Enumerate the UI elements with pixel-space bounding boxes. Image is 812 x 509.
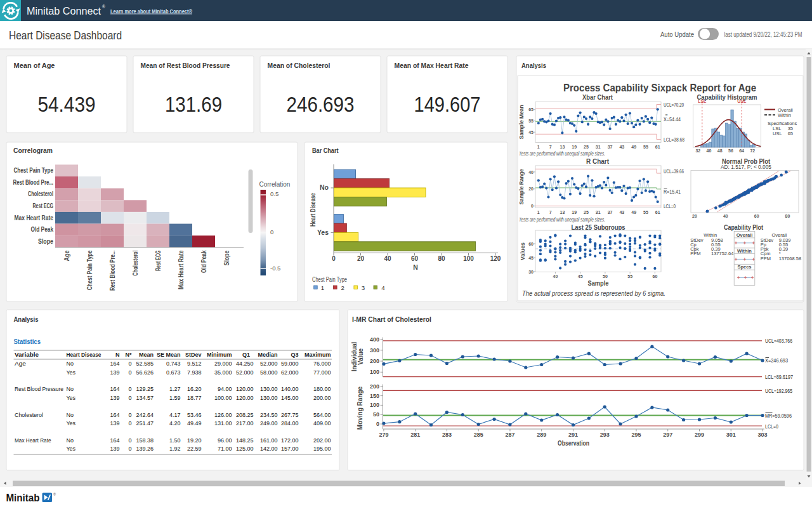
svg-text:59.000: 59.000 (281, 360, 299, 367)
svg-text:Q3: Q3 (291, 352, 298, 358)
svg-text:31: 31 (596, 210, 601, 215)
svg-text:242.64: 242.64 (136, 412, 154, 418)
svg-text:22.59: 22.59 (187, 446, 202, 452)
svg-text:65: 65 (788, 131, 793, 136)
svg-text:80: 80 (785, 214, 790, 218)
svg-text:Yes: Yes (66, 369, 75, 376)
svg-text:60: 60 (653, 274, 658, 279)
svg-text:Tests are performed with unequ: Tests are performed with unequal sample … (519, 216, 605, 223)
svg-text:100.00: 100.00 (214, 395, 232, 401)
svg-text:0.743: 0.743 (166, 360, 181, 367)
svg-text:Last 25 Subgroups: Last 25 Subgroups (572, 223, 625, 231)
svg-text:Mean of Age: Mean of Age (14, 62, 55, 69)
svg-text:Within: Within (737, 248, 752, 254)
svg-text:249.00: 249.00 (260, 420, 278, 426)
svg-text:0: 0 (531, 204, 534, 208)
svg-text:Correlation: Correlation (259, 181, 291, 188)
svg-text:Xbar Chart: Xbar Chart (582, 93, 613, 101)
svg-text:53.46: 53.46 (187, 412, 202, 418)
svg-text:164: 164 (110, 437, 119, 444)
svg-text:Slope: Slope (38, 238, 53, 245)
svg-text:Yes: Yes (66, 395, 75, 401)
svg-text:18.77: 18.77 (187, 395, 202, 401)
svg-text:1.27: 1.27 (169, 386, 181, 392)
svg-text:Maximum: Maximum (304, 352, 331, 358)
svg-text:300: 300 (370, 347, 379, 354)
svg-text:Minimum: Minimum (207, 352, 232, 358)
svg-text:USL: USL (773, 131, 782, 136)
svg-text:Heart Disease: Heart Disease (66, 352, 101, 358)
svg-text:409.00: 409.00 (313, 420, 331, 426)
svg-text:0: 0 (128, 386, 131, 392)
svg-text:37: 37 (608, 210, 613, 215)
svg-text:289: 289 (537, 432, 546, 438)
svg-text:MR=59.0596: MR=59.0596 (765, 413, 792, 419)
svg-text:No: No (320, 183, 329, 191)
svg-text:The actual process spread is r: The actual process spread is represented… (522, 289, 665, 297)
svg-text:LCL=0: LCL=0 (765, 423, 778, 430)
svg-text:Rest Blood Pre...: Rest Blood Pre... (109, 250, 116, 291)
svg-text:Value: Value (357, 348, 364, 366)
svg-text:94.00: 94.00 (218, 386, 232, 392)
svg-text:49.49: 49.49 (187, 420, 202, 426)
svg-text:71.00: 71.00 (218, 446, 232, 452)
svg-text:297: 297 (663, 432, 672, 438)
svg-text:125.00: 125.00 (236, 446, 254, 452)
svg-text:No: No (66, 437, 74, 444)
svg-text:Analysis: Analysis (521, 62, 546, 69)
svg-text:X=246.693: X=246.693 (765, 357, 788, 364)
svg-text:No: No (66, 386, 74, 392)
svg-text:Rest Blood Pre...: Rest Blood Pre... (13, 179, 54, 186)
svg-text:158.38: 158.38 (136, 437, 154, 444)
svg-text:293: 293 (600, 432, 610, 438)
svg-text:172.00: 172.00 (281, 437, 299, 444)
svg-text:55: 55 (528, 119, 534, 123)
svg-text:40: 40 (553, 274, 558, 279)
svg-text:200: 200 (370, 358, 379, 364)
svg-text:139: 139 (110, 420, 119, 426)
svg-text:52.000: 52.000 (260, 360, 278, 367)
svg-text:Observation: Observation (558, 439, 589, 447)
svg-text:19.20: 19.20 (187, 437, 202, 444)
svg-text:0: 0 (128, 437, 131, 444)
svg-text:400: 400 (370, 336, 379, 343)
svg-text:61: 61 (655, 210, 660, 215)
svg-text:Old Peak: Old Peak (200, 250, 207, 273)
svg-text:13: 13 (560, 145, 565, 149)
svg-text:45: 45 (528, 130, 534, 135)
svg-text:142.00: 142.00 (260, 446, 278, 452)
svg-text:60: 60 (411, 255, 419, 262)
svg-text:131.69: 131.69 (165, 93, 222, 116)
svg-text:45: 45 (528, 256, 534, 260)
svg-text:Cholesterol: Cholesterol (15, 412, 43, 418)
svg-text:Max Heart Rate: Max Heart Rate (15, 437, 51, 444)
svg-text:UCL=39.66: UCL=39.66 (664, 169, 684, 175)
svg-text:100: 100 (370, 402, 379, 408)
svg-text:299: 299 (695, 432, 704, 438)
svg-text:76.000: 76.000 (313, 360, 331, 367)
svg-text:64: 64 (739, 149, 744, 153)
svg-text:SE Mean: SE Mean (157, 352, 181, 358)
svg-text:Overall: Overall (737, 232, 752, 238)
svg-text:I-MR Chart of Cholesterol: I-MR Chart of Cholesterol (352, 315, 431, 323)
svg-text:31: 31 (596, 145, 601, 149)
svg-text:Bar Chart: Bar Chart (312, 147, 339, 154)
svg-text:55: 55 (627, 274, 632, 279)
svg-text:251.47: 251.47 (136, 420, 154, 426)
svg-text:200.00: 200.00 (313, 395, 331, 401)
svg-text:Sample: Sample (588, 280, 609, 287)
svg-text:126.00: 126.00 (214, 412, 232, 418)
svg-text:43: 43 (619, 210, 624, 215)
svg-text:50: 50 (603, 274, 608, 279)
svg-text:0: 0 (128, 395, 131, 401)
svg-text:StDev: StDev (185, 352, 202, 358)
svg-text:134.57: 134.57 (136, 395, 154, 401)
svg-text:Cholesterol: Cholesterol (132, 250, 139, 275)
svg-text:N: N (413, 263, 418, 271)
svg-text:0: 0 (128, 369, 131, 376)
svg-text:Mean of Rest Blood Pressure: Mean of Rest Blood Pressure (141, 62, 230, 69)
svg-text:40: 40 (528, 170, 534, 175)
svg-text:130.00: 130.00 (260, 395, 278, 401)
svg-text:Old Peak: Old Peak (31, 226, 54, 233)
svg-text:19: 19 (572, 210, 577, 215)
